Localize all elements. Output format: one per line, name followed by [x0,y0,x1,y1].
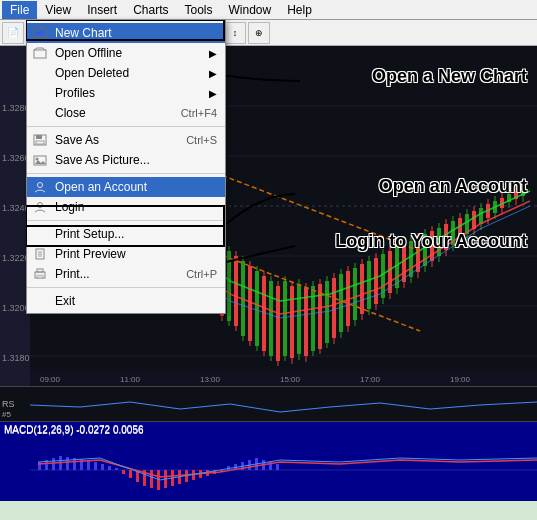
svg-text:RS: RS [2,399,15,409]
menu-save-as-picture-label: Save As Picture... [55,153,150,167]
print-preview-icon [31,246,49,262]
svg-rect-98 [353,268,357,320]
menu-save-as-picture[interactable]: Save As Picture... [27,150,225,170]
svg-rect-180 [115,468,118,470]
svg-rect-144 [514,191,518,199]
svg-rect-209 [36,135,42,139]
annotation-open-account: Open an Account [379,176,527,197]
svg-rect-124 [444,224,448,250]
svg-text:#5: #5 [2,410,11,419]
menu-window[interactable]: Window [221,1,280,19]
annotation-new-chart: Open a New Chart [372,66,527,87]
menu-open-deleted-label: Open Deleted [55,66,129,80]
svg-rect-207 [34,50,46,58]
menu-sep1 [27,126,225,127]
svg-rect-128 [458,218,462,240]
menu-help[interactable]: Help [279,1,320,19]
menu-new-chart[interactable]: New Chart [27,23,225,43]
svg-rect-80 [290,286,294,358]
menu-bar: File View Insert Charts Tools Window Hel… [0,0,537,20]
svg-rect-114 [409,241,413,277]
menu-sep4 [27,287,225,288]
svg-rect-138 [493,201,497,213]
menu-save-as-shortcut: Ctrl+S [186,134,217,146]
menu-open-offline-label: Open Offline [55,46,122,60]
svg-rect-173 [66,457,69,470]
menu-close[interactable]: Close Ctrl+F4 [27,103,225,123]
menu-open-deleted[interactable]: Open Deleted ▶ [27,63,225,83]
svg-rect-72 [262,276,266,351]
svg-rect-68 [248,266,252,341]
menu-open-account[interactable]: Open an Account [27,177,225,197]
macd-label: MACD(12,26,9) -0.0272 0.0056 [4,424,144,435]
menu-charts[interactable]: Charts [125,1,176,19]
svg-rect-177 [94,462,97,470]
svg-rect-122 [437,228,441,256]
svg-rect-84 [304,288,308,356]
menu-profiles[interactable]: Profiles ▶ [27,83,225,103]
svg-rect-221 [37,275,43,278]
svg-rect-171 [52,458,55,470]
menu-print-setup-label: Print Setup... [55,227,124,241]
menu-file[interactable]: File [2,1,37,19]
svg-rect-130 [465,214,469,234]
menu-tools[interactable]: Tools [177,1,221,19]
annotation-login: Login to Your Account [335,231,527,252]
svg-rect-136 [486,204,490,218]
menu-view[interactable]: View [37,1,79,19]
svg-rect-64 [234,256,238,326]
menu-profiles-label: Profiles [55,86,95,100]
svg-rect-78 [283,281,287,356]
toolbar-b8[interactable]: ⊕ [248,22,270,44]
svg-rect-132 [472,211,476,229]
svg-text:11:00: 11:00 [120,375,141,384]
menu-print-preview-label: Print Preview [55,247,126,261]
login-icon [31,199,49,215]
svg-rect-110 [395,248,399,288]
menu-close-shortcut: Ctrl+F4 [181,107,217,119]
menu-print-setup[interactable]: Print Setup... [27,224,225,244]
svg-rect-118 [423,234,427,266]
menu-print-preview[interactable]: Print Preview [27,244,225,264]
svg-point-213 [38,183,43,188]
svg-rect-108 [388,251,392,293]
svg-text:17:00: 17:00 [360,375,381,384]
profiles-arrow: ▶ [209,88,217,99]
svg-rect-66 [241,261,245,336]
svg-text:15:00: 15:00 [280,375,301,384]
svg-rect-102 [367,261,371,309]
menu-save-as[interactable]: Save As Ctrl+S [27,130,225,150]
svg-text:1.3180: 1.3180 [2,353,30,363]
open-offline-arrow: ▶ [209,48,217,59]
svg-rect-146 [521,188,525,196]
svg-rect-90 [325,281,329,343]
menu-print[interactable]: Print... Ctrl+P [27,264,225,284]
svg-rect-182 [129,470,132,478]
new-chart-icon [31,25,49,41]
svg-rect-88 [318,284,322,349]
svg-rect-112 [402,244,406,282]
menu-close-label: Close [55,106,86,120]
menu-login[interactable]: Login [27,197,225,217]
menu-open-offline[interactable]: Open Offline ▶ [27,43,225,63]
svg-rect-62 [227,251,231,321]
svg-rect-210 [36,141,44,144]
menu-new-chart-label: New Chart [55,26,112,40]
svg-rect-116 [416,238,420,272]
toolbar-new[interactable]: 📄 [2,22,24,44]
svg-text:09:00: 09:00 [40,375,61,384]
file-dropdown-menu: New Chart Open Offline ▶ Open Deleted ▶ … [26,20,226,314]
svg-rect-140 [500,198,504,208]
svg-rect-134 [479,208,483,224]
menu-exit[interactable]: Exit [27,291,225,311]
menu-print-label: Print... [55,267,90,281]
menu-save-as-label: Save As [55,133,99,147]
svg-rect-76 [276,286,280,361]
svg-rect-86 [311,286,315,351]
svg-rect-126 [451,221,455,245]
svg-rect-165 [0,387,537,421]
svg-rect-179 [108,466,111,470]
svg-rect-178 [101,464,104,470]
toolbar-b7[interactable]: ↕ [224,22,246,44]
menu-insert[interactable]: Insert [79,1,125,19]
